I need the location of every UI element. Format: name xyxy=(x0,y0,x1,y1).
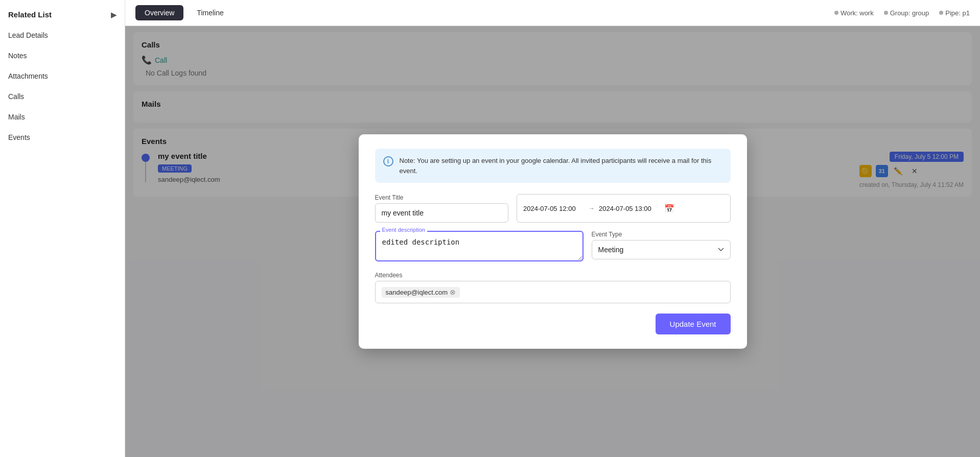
calendar-icon[interactable]: 📅 xyxy=(664,204,674,213)
sidebar-item-attachments[interactable]: Attachments xyxy=(0,66,125,86)
meta-work: Work: work xyxy=(834,9,874,17)
date-range-group: → 📅 xyxy=(517,194,730,223)
event-description-label: Event description xyxy=(380,227,427,233)
update-event-button[interactable]: Update Event xyxy=(656,314,731,334)
modal-note-text: Note: You are setting up an event in you… xyxy=(400,156,722,176)
event-description-input[interactable] xyxy=(375,231,584,261)
attendee-email: sandeep@iqlect.com xyxy=(386,288,448,296)
modal-overlay[interactable]: i Note: You are setting up an event in y… xyxy=(125,26,980,457)
event-title-group: Event Title xyxy=(375,194,509,223)
sidebar-item-calls[interactable]: Calls xyxy=(0,86,125,107)
sidebar-item-notes[interactable]: Notes xyxy=(0,45,125,66)
event-type-select[interactable]: Meeting Call Demo Other xyxy=(592,240,731,259)
event-title-label: Event Title xyxy=(375,194,509,201)
event-description-group: Event description xyxy=(375,231,584,263)
attendees-label: Attendees xyxy=(375,272,731,279)
topbar: Overview Timeline Work: work Group: grou… xyxy=(125,0,980,26)
attendees-group: Attendees sandeep@iqlect.com ⊗ xyxy=(375,272,731,303)
sidebar-item-events[interactable]: Events xyxy=(0,127,125,148)
topbar-meta: Work: work Group: group Pipe: p1 xyxy=(834,9,970,17)
date-start-input[interactable] xyxy=(523,200,585,218)
tab-group: Overview Timeline xyxy=(135,5,233,20)
sidebar-toggle-icon[interactable]: ▶ xyxy=(111,11,116,19)
modal-row-1: Event Title → 📅 xyxy=(375,194,731,223)
date-end-input[interactable] xyxy=(599,200,660,218)
meta-group: Group: group xyxy=(884,9,929,17)
modal-note-banner: i Note: You are setting up an event in y… xyxy=(375,149,731,183)
sidebar-title: Related List xyxy=(8,10,52,19)
modal-row-2: Event description Event Type Meeting Cal… xyxy=(375,231,731,263)
sidebar: Related List ▶ Lead Details Notes Attach… xyxy=(0,0,125,457)
event-type-group: Event Type Meeting Call Demo Other xyxy=(592,231,731,263)
sidebar-item-lead-details[interactable]: Lead Details xyxy=(0,25,125,45)
attendee-tag: sandeep@iqlect.com ⊗ xyxy=(382,287,460,298)
attendees-input-box[interactable]: sandeep@iqlect.com ⊗ xyxy=(375,281,731,303)
date-arrow-icon: → xyxy=(589,205,595,212)
event-title-input[interactable] xyxy=(375,203,509,223)
info-icon: i xyxy=(383,156,393,166)
attendee-remove-button[interactable]: ⊗ xyxy=(450,288,456,296)
content-area: Calls 📞 Call No Call Logs found Mails Ev… xyxy=(125,26,980,457)
main-area: Overview Timeline Work: work Group: grou… xyxy=(125,0,980,457)
tab-overview[interactable]: Overview xyxy=(135,5,183,20)
meta-pipe: Pipe: p1 xyxy=(939,9,970,17)
modal-footer: Update Event xyxy=(375,314,731,334)
sidebar-header: Related List ▶ xyxy=(0,4,125,25)
sidebar-item-mails[interactable]: Mails xyxy=(0,107,125,127)
event-modal: i Note: You are setting up an event in y… xyxy=(359,134,747,349)
event-type-label: Event Type xyxy=(592,231,731,238)
tab-timeline[interactable]: Timeline xyxy=(188,5,232,20)
